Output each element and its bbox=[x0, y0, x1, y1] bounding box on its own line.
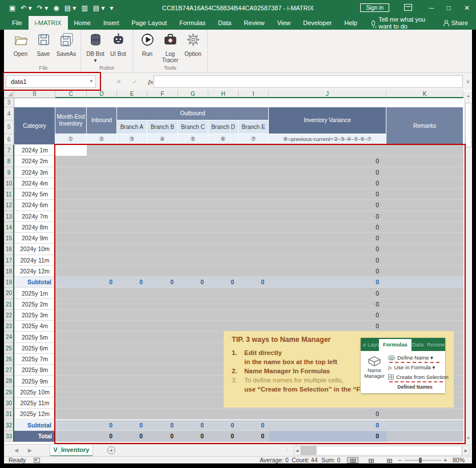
cell-D31[interactable] bbox=[87, 409, 117, 419]
cell-F15[interactable] bbox=[147, 233, 178, 244]
zoom-slider-thumb[interactable] bbox=[419, 458, 422, 463]
cell-C11[interactable] bbox=[55, 189, 87, 200]
row-header-14[interactable]: 14 bbox=[4, 222, 14, 233]
cell-K9[interactable] bbox=[386, 167, 463, 178]
row-header-10[interactable]: 10 bbox=[4, 178, 14, 189]
cell-J20[interactable]: 0 bbox=[269, 288, 386, 298]
scroll-down-icon[interactable]: ▼ bbox=[465, 434, 472, 443]
cell-H17[interactable] bbox=[208, 255, 239, 266]
cell-G21[interactable] bbox=[178, 299, 208, 310]
row-header-4[interactable]: 4 bbox=[4, 107, 14, 120]
cell-J13[interactable]: 0 bbox=[269, 211, 386, 222]
cell-H33[interactable]: 0 bbox=[208, 431, 239, 442]
cell-D25[interactable] bbox=[87, 343, 117, 354]
cell-F16[interactable] bbox=[147, 244, 178, 255]
cell-J11[interactable]: 0 bbox=[269, 189, 386, 200]
cell-J8[interactable]: 0 bbox=[269, 156, 386, 167]
cell-G24[interactable] bbox=[178, 332, 208, 342]
cell-G11[interactable] bbox=[178, 189, 208, 200]
row-label-7[interactable]: 2024y 1m bbox=[14, 145, 55, 156]
sheet-tab-v-inventory[interactable]: V_Inventory bbox=[50, 445, 93, 457]
cell-E16[interactable] bbox=[117, 244, 147, 255]
cell-G32[interactable]: 0 bbox=[178, 420, 208, 431]
tab-file[interactable]: File bbox=[6, 16, 29, 30]
row-header-33[interactable]: 33 bbox=[4, 431, 14, 442]
cell-E31[interactable] bbox=[117, 409, 147, 419]
vertical-scrollbar[interactable]: ▲ ▼ bbox=[464, 91, 471, 444]
row-header-11[interactable]: 11 bbox=[4, 189, 14, 200]
row-header-31[interactable]: 31 bbox=[4, 409, 14, 419]
cell-E8[interactable] bbox=[117, 156, 147, 167]
cell-F19[interactable]: 0 bbox=[147, 277, 178, 288]
cell-E17[interactable] bbox=[117, 255, 147, 266]
cell-I11[interactable] bbox=[239, 189, 269, 200]
row-label-30[interactable]: 2025y 11m bbox=[14, 398, 55, 409]
cell-D10[interactable] bbox=[87, 178, 117, 189]
horizontal-scroll-track[interactable] bbox=[316, 446, 462, 455]
cell-F20[interactable] bbox=[147, 288, 178, 298]
new-sheet-icon[interactable]: + bbox=[107, 446, 115, 454]
column-header-J[interactable]: J bbox=[269, 90, 386, 98]
row-header-9[interactable]: 9 bbox=[4, 167, 14, 178]
cell-I22[interactable] bbox=[239, 310, 269, 321]
cell-D23[interactable] bbox=[87, 321, 117, 332]
cell-F14[interactable] bbox=[147, 222, 178, 233]
cell-D20[interactable] bbox=[87, 288, 117, 298]
row-header-32[interactable]: 32 bbox=[4, 420, 14, 431]
cell-E21[interactable] bbox=[117, 299, 147, 310]
column-header-C[interactable]: C bbox=[55, 90, 87, 98]
cell-D15[interactable] bbox=[87, 233, 117, 244]
row-header-28[interactable]: 28 bbox=[4, 376, 14, 386]
open-button[interactable]: Open bbox=[10, 31, 31, 63]
cell-E11[interactable] bbox=[117, 189, 147, 200]
scroll-up-icon[interactable]: ▲ bbox=[465, 91, 472, 100]
cell-G17[interactable] bbox=[178, 255, 208, 266]
cell-D22[interactable] bbox=[87, 310, 117, 321]
row-label-15[interactable]: 2024y 9m bbox=[14, 233, 55, 244]
cell-H19[interactable]: 0 bbox=[208, 277, 239, 288]
cell-G12[interactable] bbox=[178, 200, 208, 211]
cell-F7[interactable] bbox=[147, 145, 178, 156]
cell-C24[interactable] bbox=[55, 332, 87, 342]
cell-F18[interactable] bbox=[147, 266, 178, 277]
cell-F17[interactable] bbox=[147, 255, 178, 266]
row-label-10[interactable]: 2024y 4m bbox=[14, 178, 55, 189]
cell-F28[interactable] bbox=[147, 376, 178, 386]
cell-C18[interactable] bbox=[55, 266, 87, 277]
cell-F32[interactable]: 0 bbox=[147, 420, 178, 431]
save-button[interactable]: Save bbox=[33, 31, 54, 63]
zoom-out-button[interactable]: − bbox=[398, 457, 401, 463]
row-header-17[interactable]: 17 bbox=[4, 255, 14, 266]
cell-G29[interactable] bbox=[178, 387, 208, 398]
paste-icon[interactable]: ▤ ▾ bbox=[64, 0, 76, 16]
cell-C27[interactable] bbox=[55, 365, 87, 376]
row-header-24[interactable]: 24 bbox=[4, 332, 14, 342]
tab-home[interactable]: Home bbox=[68, 16, 97, 30]
tab-view[interactable]: View bbox=[271, 16, 297, 30]
cell-H14[interactable] bbox=[208, 222, 239, 233]
cell-K31[interactable] bbox=[386, 409, 463, 419]
cell-K23[interactable] bbox=[386, 321, 463, 332]
column-header-F[interactable]: F bbox=[147, 90, 178, 98]
cell-I32[interactable]: 0 bbox=[239, 420, 269, 431]
active-cell-C7[interactable] bbox=[55, 145, 87, 156]
cell-F11[interactable] bbox=[147, 189, 178, 200]
cell-J12[interactable]: 0 bbox=[269, 200, 386, 211]
row-label-16[interactable]: 2024y 10m bbox=[14, 244, 55, 255]
cell-D18[interactable] bbox=[87, 266, 117, 277]
row-label-18[interactable]: 2024y 12m bbox=[14, 266, 55, 277]
row-header-23[interactable]: 23 bbox=[4, 321, 14, 332]
cell-I8[interactable] bbox=[239, 156, 269, 167]
cell-G31[interactable] bbox=[178, 409, 208, 419]
cell-C21[interactable] bbox=[55, 299, 87, 310]
tab-data[interactable]: Data bbox=[212, 16, 237, 30]
row-label-27[interactable]: 2025y 8m bbox=[14, 365, 55, 376]
row-header-21[interactable]: 21 bbox=[4, 299, 14, 310]
cell-J32[interactable]: 0 bbox=[269, 420, 386, 431]
tab-page-layout[interactable]: Page Layout bbox=[125, 16, 173, 30]
cell-G33[interactable]: 0 bbox=[178, 431, 208, 442]
cell-D14[interactable] bbox=[87, 222, 117, 233]
cell-C12[interactable] bbox=[55, 200, 87, 211]
cell-G15[interactable] bbox=[178, 233, 208, 244]
cell-J10[interactable]: 0 bbox=[269, 178, 386, 189]
